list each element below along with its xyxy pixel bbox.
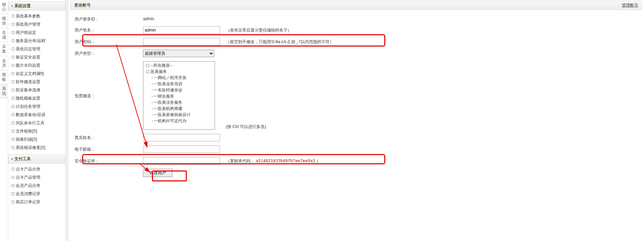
vtab-1[interactable]: 模块 (0, 14, 8, 28)
menu-item[interactable]: 计划任务管理 (8, 102, 65, 111)
menu-item[interactable]: 服务器分布/远程 (8, 37, 65, 45)
channel-hint: (按 Ctrl 可以进行多选) (226, 123, 266, 130)
menu-item[interactable]: 随机模板设置 (8, 94, 65, 102)
channel-option[interactable]: 一机构许可证代办 (145, 118, 213, 124)
channel-option[interactable]: 一医美机构筹建 (145, 105, 213, 112)
channel-option[interactable]: 一医美业务培训 (145, 81, 213, 87)
menu-item[interactable]: 商店订单记录 (8, 198, 65, 206)
channel-option[interactable]: 一名医特邀坐诊 (145, 87, 213, 93)
menu-item[interactable]: SQL命令行工具 (8, 119, 65, 127)
menu-item[interactable]: 病毒扫描[S] (8, 135, 65, 143)
chevron-down-icon: ▾ (11, 157, 13, 161)
menu-item[interactable]: 防采集串混淆 (8, 86, 65, 94)
menu-header-1[interactable]: ▾支付工具 (8, 154, 65, 164)
menu-item[interactable]: 系统错误修复[S] (8, 143, 65, 152)
vtab-0[interactable]: 核心 (0, 0, 8, 14)
menu-header-0[interactable]: ▾系统设置 (8, 1, 65, 11)
verify-label: 安全验证串： (75, 157, 143, 164)
penname-input[interactable] (143, 26, 220, 34)
menu-item[interactable]: 系统基本参数 (8, 12, 65, 20)
usertype-select[interactable]: 超级管理员 (143, 50, 214, 57)
menu-item[interactable]: 数据库备份/还原 (8, 111, 65, 119)
menu-item[interactable]: 会员产品分类 (8, 181, 65, 190)
vtab-6[interactable]: 系统 (0, 84, 8, 98)
channel-option[interactable]: --所有频道-- (145, 62, 213, 68)
menu-item[interactable]: 文件校验[S] (8, 127, 65, 135)
vtab-4[interactable]: 会员 (0, 56, 8, 70)
save-button[interactable]: 保存用户 (143, 169, 172, 177)
channel-option[interactable]: 一财会服务 (145, 93, 213, 99)
vtab-5[interactable]: 模板 (0, 70, 8, 84)
password-label: 用户密码： (75, 38, 143, 45)
penname-hint: （发布文章后显示责任编辑的名字） (226, 26, 292, 33)
channel-listbox[interactable]: --所有频道--医美服务一网站／程序开发一医美业务培训一名医特邀坐诊一财会服务一… (143, 61, 215, 130)
main-content: 更改帐号 管理帐号 用户登录ID： admin 用户笔名： （发布文章后显示责任… (68, 0, 644, 241)
email-label: 电子邮箱： (75, 145, 143, 152)
verify-input[interactable] (143, 157, 220, 165)
menu-item[interactable]: 软件频道设置 (8, 78, 65, 86)
menu-item[interactable]: 点卡产品分类 (8, 165, 65, 173)
password-hint: （留空则不修改，只能用'0-9a-zA-Z.@_-!'以内范围的字符） (226, 38, 334, 45)
menu-item[interactable]: 验证安全设置 (8, 53, 65, 61)
email-input[interactable] (143, 145, 220, 153)
menu-item[interactable]: 点卡产品管理 (8, 173, 65, 181)
usertype-label: 用户类型： (75, 50, 143, 56)
menu-item[interactable]: 图片水印设置 (8, 61, 65, 69)
chevron-down-icon: ▾ (11, 4, 13, 8)
channel-option[interactable]: 医美服务 (145, 68, 213, 75)
menu-item[interactable]: 自定义文档属性 (8, 69, 65, 78)
menu-item[interactable]: 会员消费记录 (8, 190, 65, 198)
manage-account-link[interactable]: 管理帐号 (622, 2, 638, 8)
verify-code: a514821833b49fb7ee7ee9a3 (256, 158, 315, 163)
sidebar: ▾系统设置系统基本参数系统用户管理用户组设定服务器分布/远程系统日志管理验证安全… (8, 0, 66, 241)
channel-option[interactable]: 一医美法务服务 (145, 99, 213, 105)
page-title: 更改帐号 (74, 2, 91, 8)
menu-item[interactable]: 系统日志管理 (8, 45, 65, 53)
menu-item[interactable]: 用户组设定 (8, 28, 65, 37)
password-input[interactable] (143, 38, 220, 46)
realname-input[interactable] (143, 134, 220, 141)
page-header: 更改帐号 管理帐号 (70, 1, 642, 10)
login-id-label: 用户登录ID： (75, 15, 143, 22)
login-id-value: admin (143, 15, 222, 21)
splitter[interactable] (66, 0, 68, 241)
vertical-tabs: 核心模块生成采集会员模板系统 (0, 0, 8, 241)
channel-option[interactable]: 一网站／程序开发 (145, 75, 213, 81)
vtab-2[interactable]: 生成 (0, 28, 8, 42)
verify-hint: （复制本代码： a514821833b49fb7ee7ee9a3 ） (226, 157, 320, 164)
realname-label: 真实姓名： (75, 134, 143, 141)
vtab-3[interactable]: 采集 (0, 42, 8, 56)
channel-label: 负责频道： (75, 92, 143, 99)
channel-option[interactable]: 一医美装修风格设计 (145, 112, 213, 118)
penname-label: 用户笔名： (75, 26, 143, 33)
menu-item[interactable]: 系统用户管理 (8, 20, 65, 28)
